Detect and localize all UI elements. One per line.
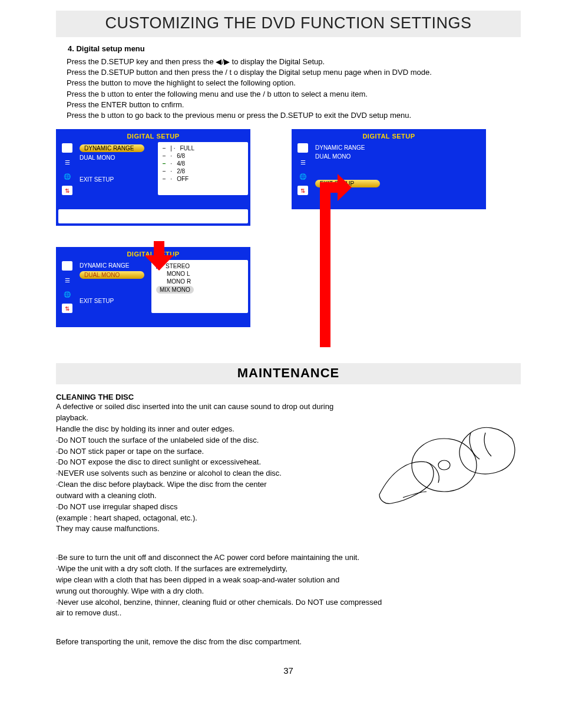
menu-item-dual-mono: DUAL MONO — [80, 153, 151, 162]
maint-line: ·Never use alcohol, benzine, thinner, cl… — [56, 597, 521, 608]
maint-line: outward with a cleaning cloth. — [56, 490, 362, 502]
maint-line: Handle the disc by holding its inner and… — [56, 424, 362, 435]
range-opt: 6/8 — [177, 153, 185, 159]
maint-line: (example : heart shaped, octagonal, etc.… — [56, 513, 362, 524]
speaker-list-icon: ☰ — [62, 157, 72, 167]
range-opt: 4/8 — [177, 160, 185, 167]
menu-item-dynamic-range: DYNAMIC RANGE — [80, 261, 144, 270]
maint-line: ·Clean the disc before playback. Wipe th… — [56, 479, 362, 490]
menu-item-exit-setup: EXIT SETUP — [80, 297, 144, 305]
section-heading: 4. Digital setup menu — [68, 44, 521, 53]
page-root: CUSTOMIZING THE DVD FUNCTION SETTINGS 4.… — [0, 0, 562, 693]
osd-title: DIGITAL SETUP — [292, 129, 486, 142]
intro-line: Press the b utton to enter the following… — [67, 89, 521, 100]
maint-line: playback. — [56, 413, 362, 424]
maint-line: ·Do NOT touch the surface of the unlabel… — [56, 435, 362, 446]
flow-arrow-right-icon — [256, 182, 351, 347]
transport-note: Before transporting the unit, remove the… — [56, 637, 521, 648]
globe-icon: 🌐 — [62, 289, 72, 299]
hands-cleaning-disc-illustration — [368, 406, 521, 512]
intro-line: Press the ENTER button to cnfirm. — [67, 100, 521, 110]
osd-tab-icons: 🖵 ☰ 🌐 ⇅ — [58, 260, 76, 313]
maint-line: ·NEVER use solvents such as benzine or a… — [56, 468, 362, 479]
digital-tab-icon: ⇅ — [62, 304, 72, 313]
menu-item-dual-mono: DUAL MONO — [315, 152, 480, 161]
mono-opt: MONO R — [167, 278, 191, 285]
maint-line: wrung out thoroughly. Wipe with a dry cl… — [56, 586, 521, 597]
globe-icon: 🌐 — [62, 172, 72, 181]
page-number: 37 — [56, 666, 521, 676]
menu-item-dynamic-range: DYNAMIC RANGE — [80, 144, 144, 152]
maint-line: air to remove dust.. — [56, 608, 521, 619]
svg-point-0 — [412, 439, 477, 492]
range-opt: OFF — [177, 176, 189, 182]
submenu-arrow-icon: ▶ — [146, 145, 151, 151]
svg-point-1 — [438, 460, 450, 470]
maint-line: A defective or soiled disc inserted into… — [56, 401, 362, 413]
osd-tab-icons: 🖵 ☰ 🌐 ⇅ — [58, 142, 76, 195]
options-panel: –| ·FULL – ·6/8 – ·4/8 – ·2/8 – ·OFF — [158, 142, 248, 195]
page-title: CUSTOMIZING THE DVD FUNCTION SETTINGS — [56, 11, 521, 37]
digital-tab-icon: ⇅ — [62, 186, 72, 195]
maint-line: ·Do NOT expose the disc to direct sunlig… — [56, 457, 362, 468]
monitor-icon: 🖵 — [297, 143, 308, 153]
maintenance-heading: MAINTENANCE — [56, 363, 521, 384]
maint-line: ·Be sure to turn the unit off and discon… — [56, 552, 521, 564]
osd-panel-dynamic-range: DIGITAL SETUP 🖵 ☰ 🌐 ⇅ DYNAMIC RANGE ▶ DU… — [56, 129, 250, 226]
menu-item-dynamic-range: DYNAMIC RANGE — [315, 143, 480, 152]
globe-icon: 🌐 — [297, 172, 308, 181]
range-opt: 2/8 — [177, 168, 185, 174]
intro-line: Press the D.SETUP key and then press the… — [67, 57, 521, 67]
intro-line: Press the b utton to go back to the prev… — [67, 110, 521, 121]
flow-arrow-down-icon — [144, 241, 173, 271]
cleaning-text-block: A defective or soiled disc inserted into… — [56, 401, 362, 535]
maint-line: ·Do NOT stick paper or tape on the surfa… — [56, 446, 362, 457]
monitor-icon: 🖵 — [62, 261, 72, 271]
unit-care-text-block: ·Be sure to turn the unit off and discon… — [56, 552, 521, 619]
maint-line: ·Wipe the unit with a dry soft cloth. If… — [56, 564, 521, 575]
intro-line: Press the D.SETUP button and then press … — [67, 67, 521, 78]
osd-diagram: DIGITAL SETUP 🖵 ☰ 🌐 ⇅ DYNAMIC RANGE ▶ DU… — [56, 129, 521, 350]
maint-line: They may cause malfunctions. — [56, 523, 362, 535]
speaker-list-icon: ☰ — [62, 275, 72, 285]
intro-line: Press the button to move the highlight t… — [67, 78, 521, 88]
maint-line: ·Do NOT use irregular shaped discs — [56, 502, 362, 513]
speaker-list-icon: ☰ — [297, 157, 308, 167]
menu-item-dual-mono: DUAL MONO — [80, 271, 144, 279]
monitor-icon: 🖵 — [62, 143, 72, 153]
osd-title: DIGITAL SETUP — [56, 129, 250, 142]
mono-opt-highlight: MIX MONO — [156, 286, 194, 294]
mono-opt: MONO L — [167, 271, 190, 277]
range-opt: FULL — [180, 145, 194, 151]
maint-line: wipe clean with a cloth that has been di… — [56, 575, 521, 586]
cleaning-subheading: CLEANING THE DISC — [56, 393, 521, 401]
menu-item-exit-setup: EXIT SETUP — [80, 175, 151, 184]
intro-paragraph: Press the D.SETUP key and then press the… — [67, 57, 521, 121]
